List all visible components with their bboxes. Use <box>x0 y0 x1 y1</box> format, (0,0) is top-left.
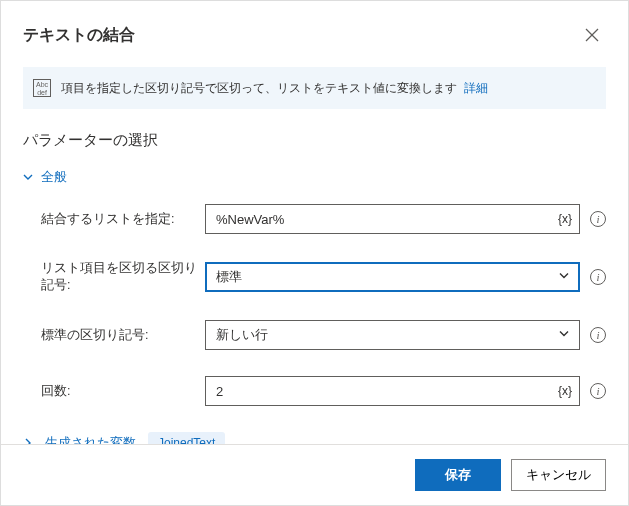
details-link[interactable]: 詳細 <box>464 81 488 95</box>
info-text: 項目を指定した区切り記号で区切って、リストをテキスト値に変換します 詳細 <box>61 80 488 97</box>
dialog-titlebar: テキストの結合 <box>23 21 606 49</box>
info-banner: Abcdef 項目を指定した区切り記号で区切って、リストをテキスト値に変換します… <box>23 67 606 109</box>
abc-def-icon: Abcdef <box>33 79 51 97</box>
count-input[interactable] <box>205 376 580 406</box>
general-section-toggle[interactable]: 全般 <box>23 168 606 186</box>
delimiter-type-label: リスト項目を区切る区切り記号: <box>41 260 205 294</box>
chevron-down-icon <box>23 172 33 182</box>
param-section-header: パラメーターの選択 <box>23 131 606 150</box>
list-to-join-label: 結合するリストを指定: <box>41 211 205 228</box>
help-icon[interactable]: i <box>590 383 606 399</box>
general-label: 全般 <box>41 168 67 186</box>
close-button[interactable] <box>578 21 606 49</box>
dialog-title: テキストの結合 <box>23 25 135 46</box>
standard-delimiter-select[interactable]: 新しい行 <box>205 320 580 350</box>
standard-delimiter-label: 標準の区切り記号: <box>41 327 205 344</box>
help-icon[interactable]: i <box>590 211 606 227</box>
dialog-footer: 保存 キャンセル <box>1 444 628 505</box>
delimiter-type-select[interactable]: 標準 <box>205 262 580 292</box>
close-icon <box>585 28 599 42</box>
count-label: 回数: <box>41 383 205 400</box>
help-icon[interactable]: i <box>590 269 606 285</box>
save-button[interactable]: 保存 <box>415 459 501 491</box>
list-to-join-input[interactable] <box>205 204 580 234</box>
cancel-button[interactable]: キャンセル <box>511 459 606 491</box>
help-icon[interactable]: i <box>590 327 606 343</box>
